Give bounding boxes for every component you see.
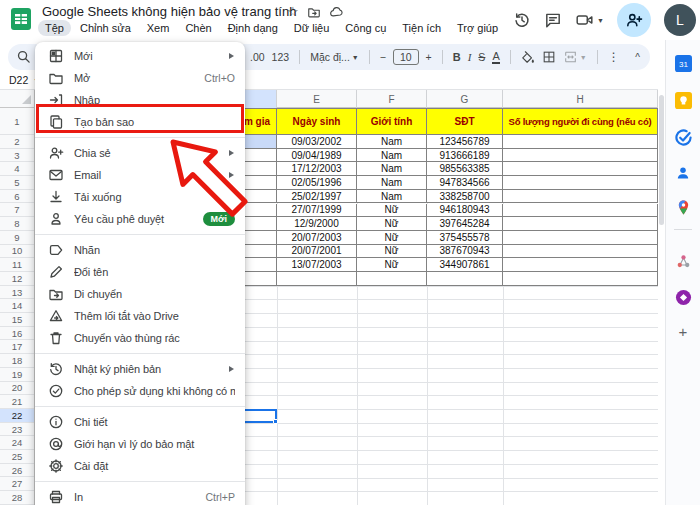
strikethrough-button[interactable]: S: [478, 51, 485, 63]
row-header-20[interactable]: 20: [0, 382, 34, 396]
cell-h2[interactable]: [503, 135, 658, 149]
font-size-decrease-button[interactable]: −: [380, 51, 386, 63]
menu-item-nhat-ky-phien-ban[interactable]: Nhật ký phiên bản: [35, 358, 245, 380]
menubar-item-tiện-ích[interactable]: Tiện ích: [395, 20, 448, 36]
cell-e11[interactable]: 13/07/2003: [277, 258, 357, 272]
row-header-4[interactable]: 4: [0, 162, 34, 176]
merge-cells-button[interactable]: ▼: [563, 50, 587, 64]
cell-f10[interactable]: Nữ: [357, 245, 427, 259]
cell-f5[interactable]: Nam: [357, 176, 427, 190]
row-header-5[interactable]: 5: [0, 176, 34, 190]
cell-g9[interactable]: 375455578: [427, 231, 503, 245]
cell-f6[interactable]: Nam: [357, 190, 427, 204]
cell-h9[interactable]: [503, 231, 658, 245]
menubar-item-định-dạng[interactable]: Định dạng: [221, 20, 285, 36]
tasks-icon[interactable]: [674, 128, 692, 146]
cell-f7[interactable]: Nữ: [357, 204, 427, 218]
document-title[interactable]: Google Sheets không hiện bảo vệ trang tí…: [42, 4, 296, 19]
contacts-icon[interactable]: [674, 164, 692, 182]
row-header-23[interactable]: 23: [0, 423, 34, 437]
cell-e9[interactable]: 20/07/2003: [277, 231, 357, 245]
vertical-scrollbar[interactable]: [659, 90, 664, 505]
cell-h11[interactable]: [503, 258, 658, 272]
videocam-caret-icon[interactable]: ▼: [597, 17, 604, 24]
menubar-item-trợ-giúp[interactable]: Trợ giúp: [450, 20, 505, 36]
cell-f11[interactable]: Nữ: [357, 258, 427, 272]
row-header-11[interactable]: 11: [0, 258, 34, 272]
search-icon[interactable]: [16, 49, 31, 68]
column-header-f[interactable]: F: [357, 90, 427, 108]
cell-f12[interactable]: [357, 272, 427, 286]
text-color-button[interactable]: A: [492, 51, 499, 64]
font-size-increase-button[interactable]: +: [426, 51, 432, 63]
cell-e4[interactable]: 17/12/2003: [277, 162, 357, 176]
row-header-9[interactable]: 9: [0, 231, 34, 245]
decrease-decimal-button[interactable]: .00: [250, 51, 265, 63]
row-header-16[interactable]: 16: [0, 327, 34, 341]
select-all-corner[interactable]: [0, 90, 34, 108]
cell-e3[interactable]: 09/04/1989: [277, 149, 357, 163]
menu-item-chi-tiet[interactable]: Chi tiết: [35, 411, 245, 433]
cell-e5[interactable]: 02/05/1996: [277, 176, 357, 190]
maps-icon[interactable]: [674, 198, 692, 216]
menubar-item-tệp[interactable]: Tệp: [38, 20, 71, 36]
cell-h4[interactable]: [503, 162, 658, 176]
star-icon[interactable]: ☆: [287, 4, 299, 19]
cell-g7[interactable]: 946180943: [427, 204, 503, 218]
row-header-15[interactable]: 15: [0, 313, 34, 327]
cell-g6[interactable]: 338258700: [427, 190, 503, 204]
scrollbar-thumb[interactable]: [659, 95, 664, 225]
move-folder-icon[interactable]: [307, 5, 321, 19]
row-header-13[interactable]: 13: [0, 286, 34, 300]
menu-item-in[interactable]: InCtrl+P: [35, 486, 245, 505]
header-cell-ngay-sinh[interactable]: Ngày sinh: [277, 108, 357, 135]
menubar-item-công-cụ[interactable]: Công cụ: [338, 20, 393, 36]
cell-f8[interactable]: Nữ: [357, 217, 427, 231]
format-style-dropdown[interactable]: Mặc đị...▼: [310, 51, 359, 63]
row-header-21[interactable]: 21: [0, 395, 34, 409]
cell-e6[interactable]: 25/02/1997: [277, 190, 357, 204]
cell-h7[interactable]: [503, 204, 658, 218]
row-header-14[interactable]: 14: [0, 299, 34, 313]
italic-button[interactable]: I: [468, 51, 472, 63]
cell-g10[interactable]: 387670943: [427, 245, 503, 259]
fill-color-button[interactable]: [521, 50, 535, 64]
column-header-e[interactable]: E: [277, 90, 357, 108]
header-cell-sdt[interactable]: SĐT: [427, 108, 503, 135]
row-header-19[interactable]: 19: [0, 368, 34, 382]
menu-item-cho-phep-su-dung-khi-khong-co-mang[interactable]: Cho phép sử dụng khi không có mạng: [35, 380, 245, 402]
menubar-item-chỉnh-sửa[interactable]: Chỉnh sửa: [73, 20, 138, 36]
cell-h3[interactable]: [503, 149, 658, 163]
comment-icon[interactable]: [544, 11, 562, 29]
selected-cell-d22[interactable]: [242, 409, 277, 423]
row-header-10[interactable]: 10: [0, 245, 34, 259]
menu-item-moi[interactable]: Mới: [35, 45, 245, 67]
cell-g11[interactable]: 344907861: [427, 258, 503, 272]
more-toolbar-button[interactable]: ⋮: [608, 50, 620, 64]
menubar-item-dữ-liệu[interactable]: Dữ liệu: [287, 20, 337, 36]
row-header-27[interactable]: 27: [0, 478, 34, 492]
header-cell-gioi-tinh[interactable]: Giới tính: [357, 108, 427, 135]
avatar[interactable]: L: [664, 4, 696, 36]
cell-g12[interactable]: [427, 272, 503, 286]
cell-h8[interactable]: [503, 217, 658, 231]
menu-item-di-chuyen[interactable]: Di chuyển: [35, 283, 245, 305]
cell-e7[interactable]: 27/07/1999: [277, 204, 357, 218]
menubar-item-chèn[interactable]: Chèn: [178, 20, 218, 36]
row-header-26[interactable]: 26: [0, 464, 34, 478]
cell-f9[interactable]: Nữ: [357, 231, 427, 245]
borders-button[interactable]: [542, 50, 556, 64]
addon-molecule-icon[interactable]: [674, 252, 692, 270]
cell-g8[interactable]: 397645284: [427, 217, 503, 231]
row-header-3[interactable]: 3: [0, 149, 34, 163]
cell-h5[interactable]: [503, 176, 658, 190]
font-size-input[interactable]: 10: [393, 49, 419, 65]
row-header-8[interactable]: 8: [0, 217, 34, 231]
collapse-toolbar-button[interactable]: ^: [635, 52, 640, 63]
cell-e2[interactable]: 09/03/2002: [277, 135, 357, 149]
cell-h12[interactable]: [503, 272, 658, 286]
sheets-logo-icon[interactable]: [10, 7, 32, 35]
menu-item-cai-đat[interactable]: Cài đặt: [35, 455, 245, 477]
row-header-17[interactable]: 17: [0, 341, 34, 355]
header-cell-so-luong[interactable]: Số lượng người đi cùng (nếu có): [503, 108, 658, 135]
